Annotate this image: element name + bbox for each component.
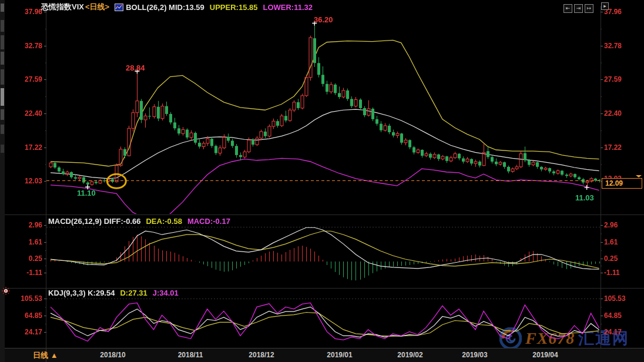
period-label: 日线	[33, 351, 48, 360]
chart-header: 恐慌指数VIX<日线> BOLL(26,2) MID:13.59 UPPER:1…	[41, 2, 313, 12]
date-axis-label: 2019/01	[327, 351, 352, 359]
alert-icon	[2, 287, 10, 295]
kdj-j-label: J:34.01	[153, 289, 179, 297]
main-axis-label-left: 27.59	[4, 75, 42, 83]
chart-terminal-window: 恐慌指数VIX<日线> BOLL(26,2) MID:13.59 UPPER:1…	[0, 0, 644, 362]
macd-dea-label: DEA:-0.58	[146, 217, 182, 226]
main-axis-label-left: 12.03	[4, 177, 42, 185]
macd-axis-label-right: 0.25	[604, 254, 618, 263]
chart-toolbar: ⇤ ⇥ ↦	[564, 4, 593, 13]
annotation-low-11-03: 11.03	[575, 193, 594, 202]
annotation-high-28-84: 28.84	[126, 63, 145, 72]
date-axis-label: 2018/11	[178, 351, 203, 359]
kdj-d-label: D:27.31	[120, 289, 147, 297]
main-axis-label-left: 32.78	[4, 42, 42, 50]
date-axis-label: 2018/10	[100, 351, 125, 359]
collapse-axis-icon[interactable]: ▸	[601, 2, 609, 10]
pan-right-icon[interactable]: ⇥	[574, 4, 583, 13]
side-tool-icon[interactable]	[1, 20, 4, 32]
macd-axis-label-left: 1.61	[4, 238, 42, 246]
pan-left-icon[interactable]: ⇤	[564, 4, 572, 13]
macd-axis-label-left: 0.25	[4, 254, 42, 263]
macd-axis-label-right: 1.61	[604, 238, 618, 246]
price-chart-canvas[interactable]	[0, 0, 644, 362]
period-dropdown-arrow: ▲	[51, 351, 58, 360]
kdj-axis-label-left: 105.53	[4, 294, 42, 303]
macd-macd-label: MACD:-0.17	[187, 217, 230, 226]
kdj-k-label: KDJ(9,3,3) K:29.54	[48, 289, 115, 297]
macd-axis-label-right: -1.11	[604, 269, 620, 277]
macd-axis-label-right: 2.96	[604, 221, 618, 229]
main-axis-label-left: 22.40	[4, 109, 42, 118]
boll-label: BOLL(26,2) MID:13.59	[126, 3, 204, 12]
side-tool-icon-active[interactable]	[1, 88, 4, 106]
side-tool-icon[interactable]	[1, 125, 4, 134]
period-selector[interactable]: 日线 ▲	[33, 350, 58, 361]
shift-right-icon[interactable]: ↦	[585, 4, 593, 13]
main-axis-label-right: 32.78	[604, 42, 622, 50]
kdj-axis-label-left: 64.85	[4, 311, 42, 320]
kdj-axis-label-left: 24.17	[4, 328, 42, 336]
kdj-axis-label-right: 64.85	[604, 311, 622, 320]
date-axis-label: 2018/12	[249, 351, 274, 359]
macd-axis-label-left: 2.96	[4, 221, 42, 229]
date-axis-label: 2019/03	[462, 351, 487, 359]
instrument-title: 恐慌指数VIX	[41, 2, 84, 12]
boll-upper-value: UPPER:15.85	[210, 3, 258, 12]
date-axis-label: 2019/04	[532, 351, 558, 359]
main-axis-label-right: 27.59	[604, 75, 622, 83]
macd-header: MACD(26,12,9) DIFF:-0.66 DEA:-0.58 MACD:…	[48, 217, 230, 226]
date-axis-label: 2019/02	[397, 351, 422, 359]
macd-axis-label-left: -1.11	[4, 269, 42, 277]
kdj-axis-label-right: 24.17	[604, 328, 622, 336]
kdj-axis-label-right: 105.53	[604, 294, 626, 303]
boll-lower-value: LOWER:11.32	[263, 3, 313, 12]
main-axis-label-right: 22.40	[604, 109, 622, 118]
period-tag: <日线>	[85, 2, 109, 12]
annotation-low-11-10: 11.10	[77, 189, 96, 197]
main-axis-label-left: 37.96	[4, 8, 42, 16]
indicator-chart-icon[interactable]	[115, 4, 123, 11]
kdj-header: KDJ(9,3,3) K:29.54 D:27.31 J:34.01	[48, 289, 179, 297]
main-axis-label-left: 17.22	[4, 143, 42, 152]
side-tool-icon[interactable]	[1, 52, 4, 65]
last-price-box: 12.09	[602, 178, 642, 189]
annotation-high-36-20: 36.20	[314, 15, 333, 24]
main-axis-label-right: 17.22	[604, 143, 622, 152]
macd-diff-label: MACD(26,12,9) DIFF:-0.66	[48, 217, 140, 226]
